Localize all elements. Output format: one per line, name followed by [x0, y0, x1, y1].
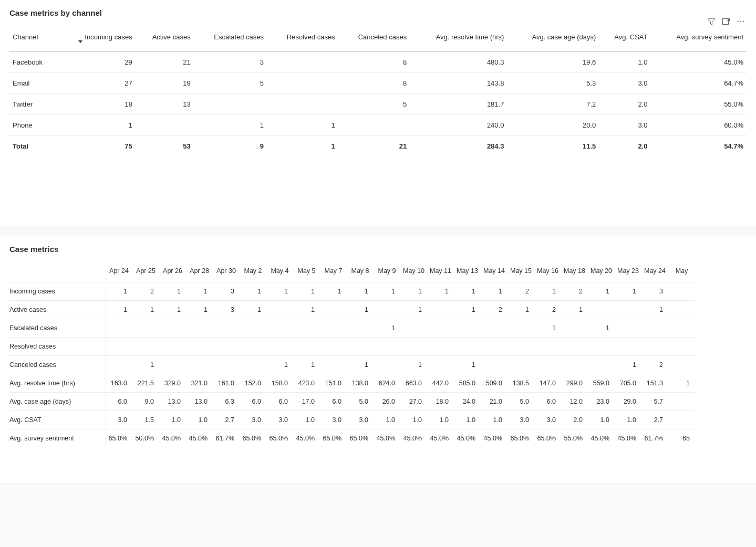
table-row[interactable]: Facebook292138480.319.61.045.0%: [9, 52, 747, 73]
matrix-cell: [588, 301, 615, 319]
date-column-header[interactable]: May 15: [508, 263, 534, 282]
metric-row-header[interactable]: Active cases: [9, 301, 106, 319]
date-column-header[interactable]: May 18: [561, 263, 588, 282]
date-column-header[interactable]: May 8: [347, 263, 374, 282]
cell-channel: Twitter: [9, 94, 57, 115]
date-column-header[interactable]: May: [668, 263, 695, 282]
matrix-cell: [293, 338, 320, 356]
date-column-header[interactable]: May 4: [266, 263, 293, 282]
more-options-icon[interactable]: [736, 17, 745, 26]
metric-row-header[interactable]: Incoming cases: [9, 282, 106, 301]
matrix-cell: 321.0: [186, 374, 213, 393]
metric-row-header[interactable]: Avg. case age (days): [9, 393, 106, 411]
table-row[interactable]: Email271958143.85.33.064.7%: [9, 73, 747, 94]
date-column-header[interactable]: May 7: [320, 263, 347, 282]
col-resolve-time[interactable]: Avg. resolve time (hrs): [410, 28, 507, 52]
matrix-cell: 6.0: [240, 393, 266, 411]
matrix-cell: 152.0: [240, 374, 266, 393]
col-case-age[interactable]: Avg. case age (days): [507, 28, 599, 52]
cell-value: 45.0%: [650, 52, 747, 73]
matrix-cell: 45.0%: [400, 429, 427, 448]
metric-row-header[interactable]: Canceled cases: [9, 356, 106, 374]
cell-value: 8: [338, 73, 410, 94]
matrix-cell: 158.0: [266, 374, 293, 393]
matrix-cell: 1: [293, 282, 320, 301]
date-column-header[interactable]: May 10: [400, 263, 427, 282]
date-column-header[interactable]: May 13: [454, 263, 481, 282]
metric-row-header[interactable]: Avg. resolve time (hrs): [9, 374, 106, 393]
cell-value: 20.0: [507, 115, 599, 136]
matrix-cell: 61.7%: [213, 429, 240, 448]
matrix-cell: 3.0: [347, 411, 374, 429]
matrix-cell: [668, 282, 695, 301]
metric-row-header[interactable]: Escalated cases: [9, 319, 106, 338]
focus-mode-icon[interactable]: [721, 17, 731, 26]
matrix-cell: [668, 301, 695, 319]
matrix-cell: 1.0: [159, 411, 186, 429]
col-resolved[interactable]: Resolved cases: [267, 28, 338, 52]
matrix-cell: 1: [641, 301, 668, 319]
date-column-header[interactable]: May 2: [240, 263, 266, 282]
cell-total-value: 2.0: [599, 136, 650, 157]
cell-total-value: 75: [57, 136, 135, 157]
matrix-cell: 18.0: [427, 393, 454, 411]
col-active[interactable]: Active cases: [136, 28, 194, 52]
matrix-cell: 55.0%: [561, 429, 588, 448]
cell-value: 27: [57, 73, 135, 94]
col-channel[interactable]: Channel: [9, 28, 57, 52]
matrix-cell: 6.0: [266, 393, 293, 411]
matrix-cell: 29.0: [615, 393, 641, 411]
cell-value: 5.3: [507, 73, 599, 94]
matrix-cell: [561, 338, 588, 356]
matrix-cell: 1.0: [481, 411, 508, 429]
panel-title: Case metrics by channel: [9, 8, 747, 17]
matrix-cell: 24.0: [454, 393, 481, 411]
table-row[interactable]: Phone111240.020.03.060.0%: [9, 115, 747, 136]
matrix-row: Resolved cases: [9, 338, 695, 356]
cell-total-label: Total: [9, 136, 57, 157]
metric-row-header[interactable]: Avg. survey sentiment: [9, 429, 106, 448]
cell-value: 19.6: [507, 52, 599, 73]
cell-value: [136, 115, 194, 136]
matrix-cell: 1: [400, 356, 427, 374]
date-column-header[interactable]: May 5: [293, 263, 320, 282]
col-incoming[interactable]: Incoming cases: [57, 28, 135, 52]
col-escalated[interactable]: Escalated cases: [194, 28, 267, 52]
cell-value: 3.0: [599, 73, 650, 94]
date-column-header[interactable]: Apr 24: [106, 263, 132, 282]
filter-icon[interactable]: [707, 17, 716, 26]
date-column-header[interactable]: May 24: [641, 263, 668, 282]
date-column-header[interactable]: May 14: [481, 263, 508, 282]
matrix-cell: 663.0: [400, 374, 427, 393]
matrix-cell: [668, 338, 695, 356]
date-column-header[interactable]: Apr 25: [132, 263, 159, 282]
matrix-cell: 1.0: [293, 411, 320, 429]
matrix-cell: [213, 338, 240, 356]
metric-row-header[interactable]: Avg. CSAT: [9, 411, 106, 429]
col-csat[interactable]: Avg. CSAT: [599, 28, 650, 52]
matrix-cell: 151.3: [641, 374, 668, 393]
date-column-header[interactable]: May 16: [534, 263, 561, 282]
metric-row-header[interactable]: Resolved cases: [9, 338, 106, 356]
table-row[interactable]: Twitter18135181.77.22.055.0%: [9, 94, 747, 115]
date-column-header[interactable]: May 23: [615, 263, 641, 282]
cell-total-value: 11.5: [507, 136, 599, 157]
date-column-header[interactable]: Apr 28: [186, 263, 213, 282]
col-canceled[interactable]: Canceled cases: [338, 28, 410, 52]
date-column-header[interactable]: May 11: [427, 263, 454, 282]
matrix-cell: 329.0: [159, 374, 186, 393]
matrix-cell: 1: [374, 282, 400, 301]
matrix-cell: 50.0%: [132, 429, 159, 448]
date-column-header[interactable]: Apr 26: [159, 263, 186, 282]
matrix-cell: [427, 356, 454, 374]
matrix-cell: [266, 338, 293, 356]
matrix-cell: 45.0%: [615, 429, 641, 448]
date-column-header[interactable]: May 9: [374, 263, 400, 282]
matrix-cell: [615, 319, 641, 338]
col-sentiment[interactable]: Avg. survey sentiment: [650, 28, 747, 52]
date-column-header[interactable]: Apr 30: [213, 263, 240, 282]
date-column-header[interactable]: May 20: [588, 263, 615, 282]
matrix-cell: [427, 319, 454, 338]
matrix-cell: 1: [427, 282, 454, 301]
svg-point-1: [738, 21, 739, 22]
